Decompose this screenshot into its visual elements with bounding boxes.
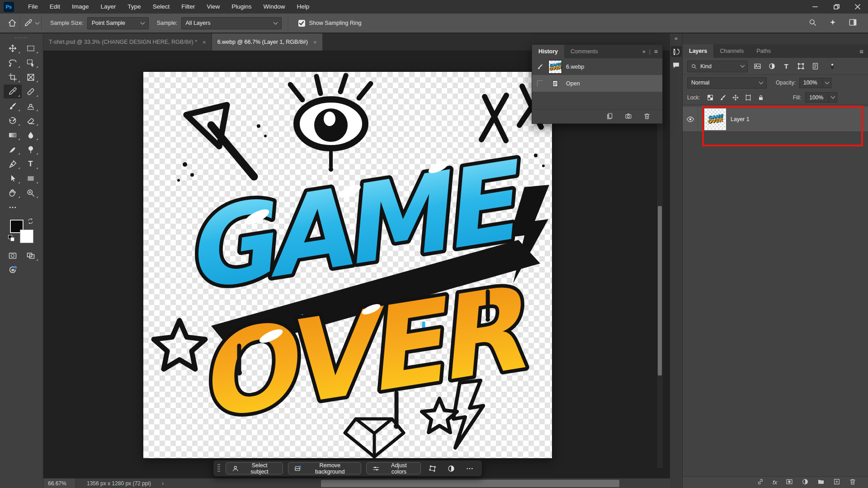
rectangular-marquee-tool-icon[interactable]	[22, 41, 40, 55]
move-tool-icon[interactable]	[4, 41, 22, 55]
restore-icon[interactable]	[826, 0, 847, 14]
menu-select[interactable]: Select	[147, 0, 176, 14]
close-window-icon[interactable]	[847, 0, 868, 14]
spot-healing-brush-tool-icon[interactable]	[22, 84, 40, 99]
close-tab-icon[interactable]: ×	[313, 39, 317, 46]
menu-file[interactable]: File	[22, 0, 44, 14]
status-chevron-icon[interactable]: ›	[162, 480, 164, 487]
lock-transparent-pixels-icon[interactable]	[705, 94, 716, 101]
smudge-tool-icon[interactable]	[4, 142, 22, 156]
brush-tool-icon[interactable]	[4, 99, 22, 113]
menu-view[interactable]: View	[201, 0, 226, 14]
home-icon[interactable]	[5, 15, 20, 31]
blur-tool-icon[interactable]	[22, 128, 40, 142]
adjust-colors-button[interactable]: Adjust colors	[366, 462, 421, 474]
document-tab-6webp[interactable]: 6.webp @ 66.7% (Layer 1, RGB/8#) ×	[212, 33, 322, 51]
taskbar-drag-handle[interactable]	[217, 463, 221, 474]
vertical-scrollbar-thumb[interactable]	[658, 206, 662, 375]
layer-thumbnail[interactable]: GAMEOVER	[705, 109, 725, 129]
lock-artboard-icon[interactable]	[743, 94, 754, 101]
rectangle-shape-tool-icon[interactable]	[22, 171, 40, 185]
history-state-row-open[interactable]: Open	[532, 75, 662, 92]
new-snapshot-camera-icon[interactable]	[625, 113, 632, 121]
lock-all-icon[interactable]	[756, 94, 766, 101]
filter-type-layers-icon[interactable]: T	[781, 62, 791, 70]
blend-mode-dropdown[interactable]: Normal	[687, 77, 767, 89]
eyedropper-tool[interactable]	[4, 84, 22, 99]
search-icon[interactable]	[808, 18, 817, 28]
layer-style-fx-icon[interactable]: fx	[773, 479, 777, 486]
filter-smart-objects-icon[interactable]	[810, 62, 820, 70]
menu-filter[interactable]: Filter	[175, 0, 201, 14]
frame-tool-icon[interactable]	[22, 70, 40, 84]
new-adjustment-layer-icon[interactable]	[802, 478, 809, 487]
collapse-dock-icon[interactable]: «	[675, 33, 678, 43]
delete-layer-trash-icon[interactable]	[849, 478, 856, 487]
path-selection-tool-icon[interactable]	[4, 171, 22, 185]
delete-state-trash-icon[interactable]	[643, 113, 651, 121]
add-layer-mask-icon[interactable]	[786, 478, 793, 487]
type-tool-icon[interactable]: T	[22, 157, 40, 171]
comments-panel-icon[interactable]	[671, 60, 682, 70]
toolbar-grip[interactable]	[15, 37, 28, 38]
history-source-checkbox[interactable]	[535, 80, 544, 86]
menu-layer[interactable]: Layer	[95, 0, 122, 14]
sparkle-icon[interactable]	[829, 19, 837, 28]
cloud-sync-icon[interactable]	[4, 263, 22, 277]
show-sampling-ring-checkbox[interactable]	[298, 20, 305, 27]
panel-menu-icon[interactable]: ≡	[859, 47, 863, 55]
close-tab-icon[interactable]: ×	[203, 39, 206, 46]
zoom-level-field[interactable]: 66.67%	[43, 479, 76, 488]
kind-filter-dropdown[interactable]: Kind	[687, 61, 748, 72]
show-sampling-ring-option[interactable]: Show Sampling Ring	[298, 20, 362, 27]
sample-dropdown[interactable]: All Layers	[181, 17, 282, 29]
filter-pixel-layers-icon[interactable]	[752, 62, 762, 70]
tab-channels[interactable]: Channels	[713, 44, 750, 58]
minimize-icon[interactable]	[804, 0, 826, 14]
transform-icon[interactable]	[426, 462, 439, 474]
hand-tool-icon[interactable]	[4, 186, 22, 200]
screen-mode-icon[interactable]	[22, 249, 40, 263]
swap-colors-icon[interactable]	[27, 218, 34, 226]
layer-visibility-eye-icon[interactable]	[683, 107, 698, 131]
collapse-panel-icon[interactable]: »	[642, 48, 646, 55]
menu-help[interactable]: Help	[291, 0, 315, 14]
menu-window[interactable]: Window	[257, 0, 291, 14]
history-snapshot-row[interactable]: GAMEOVER 6.webp	[532, 58, 662, 75]
eraser-tool-icon[interactable]	[22, 113, 40, 127]
new-document-from-state-icon[interactable]	[606, 113, 613, 121]
menu-image[interactable]: Image	[66, 0, 95, 14]
filter-shape-layers-icon[interactable]	[796, 62, 806, 70]
edit-toolbar-icon[interactable]	[4, 200, 22, 214]
layer-row-layer1[interactable]: GAMEOVER Layer 1	[683, 107, 868, 132]
new-layer-icon[interactable]	[833, 478, 840, 487]
remove-background-button[interactable]: Remove background	[288, 462, 362, 474]
adjustment-contrast-icon[interactable]	[444, 462, 458, 474]
menu-edit[interactable]: Edit	[44, 0, 66, 14]
tab-history[interactable]: History	[532, 45, 564, 58]
history-brush-tool-icon[interactable]	[4, 113, 22, 127]
fill-dropdown-icon[interactable]	[829, 92, 837, 103]
more-options-icon[interactable]	[463, 462, 476, 474]
filter-toggle-pin[interactable]	[827, 62, 837, 71]
vertical-scrollbar[interactable]	[656, 69, 663, 468]
quick-mask-icon[interactable]	[4, 249, 22, 263]
sample-size-dropdown[interactable]: Point Sample	[87, 17, 149, 29]
tab-layers[interactable]: Layers	[683, 44, 713, 58]
panel-menu-icon[interactable]: ≡	[654, 48, 658, 55]
menu-plugins[interactable]: Plugins	[226, 0, 257, 14]
canvas[interactable]: GAME OVER	[143, 72, 552, 458]
lasso-tool-icon[interactable]	[4, 56, 22, 70]
lock-position-icon[interactable]	[731, 94, 741, 101]
fill-field[interactable]: 100%	[805, 92, 837, 103]
opacity-field[interactable]: 100%	[799, 78, 831, 88]
eyedropper-tool-icon[interactable]	[20, 15, 36, 31]
clone-stamp-tool-icon[interactable]	[22, 99, 40, 113]
horizontal-scrollbar-thumb[interactable]	[321, 480, 619, 487]
dodge-tool-icon[interactable]	[22, 142, 40, 156]
default-colors-icon[interactable]	[8, 235, 14, 241]
zoom-tool-icon[interactable]	[22, 186, 40, 200]
layer-name[interactable]: Layer 1	[731, 116, 750, 122]
pen-tool-icon[interactable]	[4, 157, 22, 171]
object-selection-tool-icon[interactable]	[22, 56, 40, 70]
